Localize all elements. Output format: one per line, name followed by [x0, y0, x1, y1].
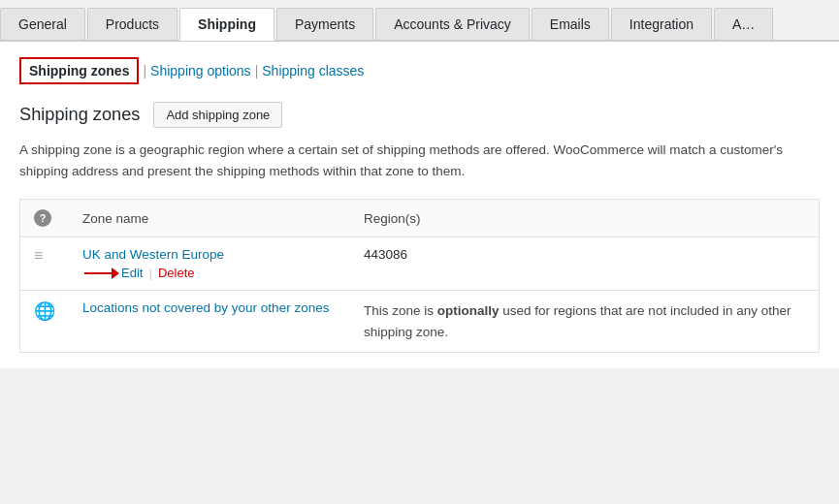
region-cell: 443086 [350, 237, 820, 291]
subnav-sep-1: | [143, 63, 146, 79]
tab-payments[interactable]: Payments [276, 8, 373, 40]
subnav-sep-2: | [255, 63, 259, 79]
zone-name-cell: Locations not covered by your other zone… [69, 291, 350, 353]
arrow-annotation [84, 268, 119, 279]
subnav-shipping-zones[interactable]: Shipping zones [19, 57, 139, 84]
region-desc-cell: This zone is optionally used for regions… [350, 291, 820, 353]
region-desc-bold: optionally [437, 303, 500, 318]
uncovered-zone-link[interactable]: Locations not covered by your other zone… [82, 300, 329, 315]
section-title: Shipping zones [19, 105, 140, 125]
tab-emails[interactable]: Emails [532, 8, 609, 40]
action-separator: | [148, 266, 152, 280]
edit-zone-link[interactable]: Edit [121, 266, 143, 280]
section-description: A shipping zone is a geographic region w… [19, 140, 820, 181]
region-value: 443086 [364, 247, 407, 262]
table-row: 🌐 Locations not covered by your other zo… [20, 291, 820, 353]
tab-advanced[interactable]: A… [714, 8, 773, 40]
arrow-shaft [84, 272, 112, 274]
zone-name-cell: UK and Western Europe Edit | Delete [69, 237, 350, 291]
drag-cell: ≡ [20, 237, 70, 291]
subnav-shipping-options[interactable]: Shipping options [150, 63, 251, 79]
section-header: Shipping zones Add shipping zone [19, 102, 820, 128]
table-header-row: ? Zone name Region(s) [20, 200, 820, 237]
delete-zone-link[interactable]: Delete [158, 266, 195, 280]
tab-integration[interactable]: Integration [611, 8, 712, 40]
help-icon[interactable]: ? [34, 209, 51, 227]
col-zone-name: Zone name [69, 200, 350, 237]
sub-navigation: Shipping zones | Shipping options | Ship… [19, 57, 820, 84]
subnav-shipping-classes[interactable]: Shipping classes [262, 63, 364, 79]
row-actions: Edit | Delete [121, 266, 337, 280]
globe-cell: 🌐 [20, 291, 70, 353]
region-description: This zone is optionally used for regions… [364, 303, 791, 339]
tab-shipping[interactable]: Shipping [179, 8, 274, 41]
table-row: ≡ UK and Western Europe Edit | Delete [20, 237, 820, 291]
tab-general[interactable]: General [0, 8, 85, 40]
content-area: Shipping zones | Shipping options | Ship… [0, 41, 839, 368]
tabs-bar: General Products Shipping Payments Accou… [0, 0, 839, 41]
region-desc-text1: This zone is [364, 303, 437, 318]
zone-name-link[interactable]: UK and Western Europe [82, 247, 224, 262]
drag-handle-icon[interactable]: ≡ [34, 247, 43, 264]
globe-icon: 🌐 [34, 301, 55, 321]
tab-accounts-privacy[interactable]: Accounts & Privacy [375, 8, 530, 40]
tab-products[interactable]: Products [87, 8, 177, 40]
col-help: ? [20, 200, 70, 237]
shipping-zones-table: ? Zone name Region(s) ≡ UK and Western E… [19, 199, 820, 353]
col-regions: Region(s) [350, 200, 820, 237]
add-shipping-zone-button[interactable]: Add shipping zone [153, 102, 282, 128]
arrow-head [112, 268, 119, 279]
